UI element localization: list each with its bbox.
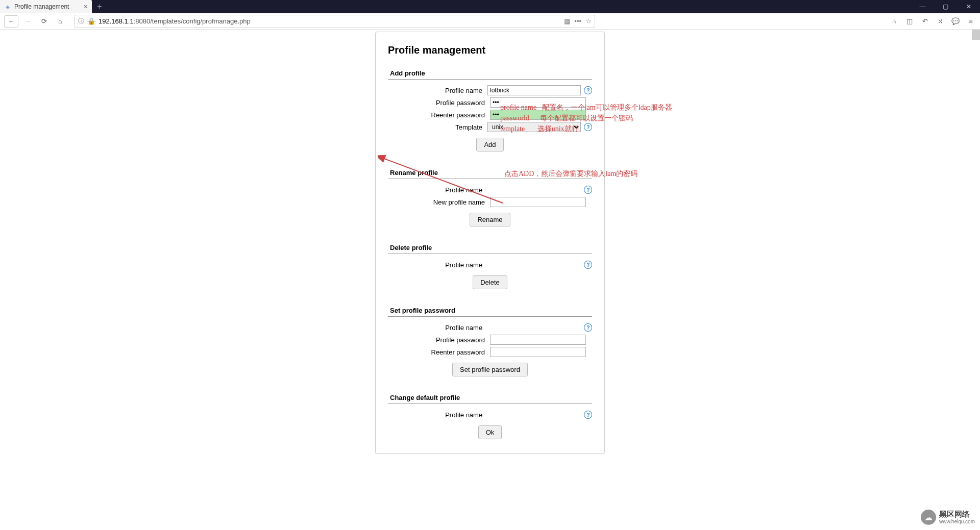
library-icon[interactable]: ⑃	[889, 17, 899, 25]
ok-button[interactable]: Ok	[478, 425, 502, 439]
svg-line-1	[383, 158, 503, 203]
sync-icon[interactable]: ⤭	[935, 17, 945, 25]
browser-titlebar: ◈ Profile management × + — ▢ ✕	[0, 0, 980, 13]
setpw-reenter-input[interactable]	[490, 347, 586, 357]
url-text: 192.168.1.1:8080/templates/config/profma…	[99, 17, 561, 25]
close-window-icon[interactable]: ✕	[957, 0, 980, 13]
chat-icon[interactable]: 💬	[950, 17, 961, 25]
add-template-label: Template	[388, 123, 487, 131]
forward-button[interactable]: →	[20, 15, 35, 28]
menu-icon[interactable]: ≡	[966, 17, 976, 25]
qr-icon[interactable]: ▦	[564, 17, 570, 25]
close-tab-icon[interactable]: ×	[84, 3, 88, 11]
minimize-icon[interactable]: —	[911, 0, 934, 13]
setpw-profile-name-label: Profile name	[388, 324, 487, 332]
add-button[interactable]: Add	[476, 138, 503, 152]
window-controls: — ▢ ✕	[911, 0, 980, 13]
home-button[interactable]: ⌂	[53, 15, 67, 28]
annotation-arrow-icon	[378, 152, 505, 208]
delete-profile-name-label: Profile name	[388, 261, 487, 269]
back-button[interactable]: ←	[4, 15, 18, 28]
help-icon[interactable]: ?	[584, 411, 592, 419]
add-profile-name-label: Profile name	[388, 87, 487, 94]
setpw-password-label: Profile password	[388, 336, 490, 344]
add-profile-name-input[interactable]	[487, 85, 581, 95]
watermark-logo-icon: ☁	[921, 510, 936, 525]
more-icon[interactable]: •••	[574, 17, 581, 25]
help-icon[interactable]: ?	[584, 261, 592, 269]
add-reenter-label: Reenter password	[388, 111, 490, 119]
section-add-heading: Add profile	[388, 66, 592, 80]
annotation-table: profile name 配置名，一个lam可以管理多个ldap服务器 pass…	[500, 102, 672, 134]
rename-button[interactable]: Rename	[470, 213, 510, 226]
page-title: Profile management	[388, 44, 592, 56]
add-password-label: Profile password	[388, 99, 490, 107]
scrollbar[interactable]	[972, 30, 980, 40]
setpw-password-input[interactable]	[490, 335, 586, 345]
default-profile-name-label: Profile name	[388, 411, 487, 419]
watermark: ☁ 黑区网络 www.heiqu.com	[921, 510, 975, 525]
browser-tab[interactable]: ◈ Profile management ×	[0, 0, 92, 13]
section-setpw-heading: Set profile password	[388, 304, 592, 317]
new-tab-button[interactable]: +	[92, 0, 107, 13]
insecure-icon: 🔒	[87, 17, 95, 25]
watermark-cn: 黑区网络	[939, 510, 975, 519]
sidebar-icon[interactable]: ◫	[904, 17, 915, 25]
annotation-add-note: 点击ADD，然后会弹窗要求输入lam的密码	[504, 168, 638, 179]
tab-title: Profile management	[14, 3, 69, 10]
profile-management-panel: Profile management Add profile Profile n…	[375, 32, 605, 454]
undo-icon[interactable]: ↶	[920, 17, 930, 25]
bookmark-icon[interactable]: ☆	[585, 17, 592, 25]
setpw-reenter-label: Reenter password	[388, 348, 490, 356]
address-bar[interactable]: ⓘ 🔒 192.168.1.1:8080/templates/config/pr…	[75, 15, 595, 28]
section-delete-heading: Delete profile	[388, 241, 592, 254]
setpw-button[interactable]: Set profile password	[452, 363, 528, 376]
reload-button[interactable]: ⟳	[37, 15, 51, 28]
help-icon[interactable]: ?	[584, 86, 592, 94]
delete-button[interactable]: Delete	[473, 275, 507, 289]
help-icon[interactable]: ?	[584, 186, 592, 194]
page-viewport: Profile management Add profile Profile n…	[0, 30, 980, 530]
section-default-heading: Change default profile	[388, 391, 592, 404]
browser-toolbar: ← → ⟳ ⌂ ⓘ 🔒 192.168.1.1:8080/templates/c…	[0, 13, 980, 30]
maximize-icon[interactable]: ▢	[934, 0, 957, 13]
info-icon[interactable]: ⓘ	[78, 17, 84, 26]
help-icon[interactable]: ?	[584, 323, 592, 332]
watermark-en: www.heiqu.com	[939, 519, 975, 524]
favicon-icon: ◈	[4, 3, 11, 10]
